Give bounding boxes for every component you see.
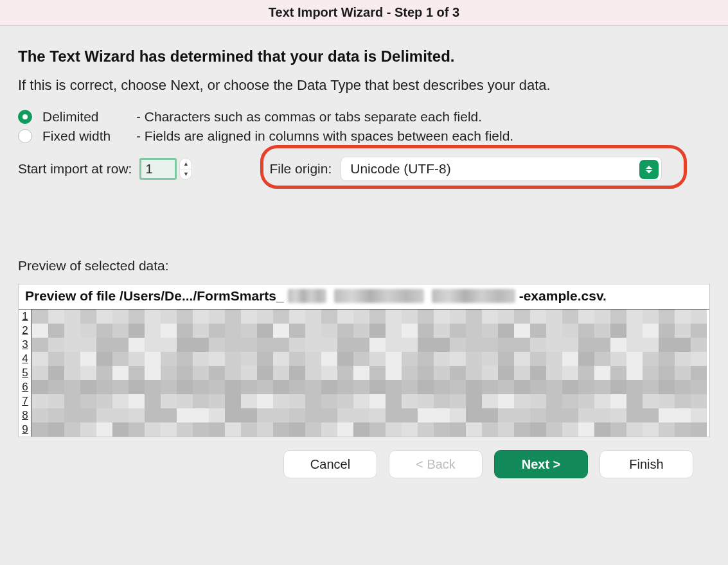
next-button[interactable]: Next > <box>494 450 588 478</box>
cancel-button[interactable]: Cancel <box>283 450 377 478</box>
wizard-content: The Text Wizard has determined that your… <box>0 26 728 478</box>
radio-delimited[interactable] <box>18 110 32 124</box>
stepper-up-icon[interactable]: ▲ <box>180 159 191 169</box>
redacted-segment <box>334 289 424 303</box>
preview-file-prefix: Preview of file /Users/De.../FormSmarts_ <box>25 288 284 304</box>
redacted-segment <box>432 289 515 303</box>
file-origin-group: File origin: Unicode (UTF-8) <box>269 157 662 181</box>
option-delimited-row: Delimited - Characters such as commas or… <box>18 109 710 125</box>
line-number: 1 <box>19 309 31 324</box>
select-chevron-icon <box>639 160 659 179</box>
start-row-stepper: ▲ ▼ <box>179 158 192 180</box>
radio-delimited-desc: - Characters such as commas or tabs sepa… <box>136 109 482 125</box>
start-row-box: ▲ ▼ <box>139 158 192 180</box>
back-button[interactable]: < Back <box>389 450 483 478</box>
option-fixed-row: Fixed width - Fields are aligned in colu… <box>18 128 710 144</box>
radio-fixed-width[interactable] <box>18 129 32 143</box>
preview-line-numbers: 1 2 3 4 5 6 7 8 9 <box>19 309 32 437</box>
preview-file-suffix: -example.csv. <box>519 288 607 304</box>
wizard-buttons: Cancel < Back Next > Finish <box>18 450 710 478</box>
wizard-heading: The Text Wizard has determined that your… <box>18 48 710 65</box>
redacted-segment <box>288 289 326 303</box>
radio-fixed-label: Fixed width <box>42 128 126 144</box>
line-number: 5 <box>19 366 31 380</box>
line-number: 2 <box>19 324 31 338</box>
finish-button[interactable]: Finish <box>599 450 693 478</box>
file-origin-value: Unicode (UTF-8) <box>350 161 450 177</box>
file-origin-label: File origin: <box>269 161 332 177</box>
preview-grid: 1 2 3 4 5 6 7 8 9 <box>19 309 709 437</box>
start-row-input[interactable] <box>139 158 177 180</box>
title-bar: Text Import Wizard - Step 1 of 3 <box>0 0 728 26</box>
line-number: 6 <box>19 380 31 394</box>
line-number: 7 <box>19 394 31 408</box>
window-title: Text Import Wizard - Step 1 of 3 <box>269 5 459 20</box>
start-row-label: Start import at row: <box>18 161 132 177</box>
preview-file-header: Preview of file /Users/De.../FormSmarts_… <box>19 284 709 309</box>
line-number: 8 <box>19 408 31 422</box>
row-controls: Start import at row: ▲ ▼ File origin: Un… <box>18 157 710 181</box>
line-number: 9 <box>19 422 31 437</box>
preview-pixelated-area <box>32 309 709 437</box>
file-origin-select[interactable]: Unicode (UTF-8) <box>341 157 662 181</box>
stepper-down-icon[interactable]: ▼ <box>180 169 191 180</box>
preview-box: Preview of file /Users/De.../FormSmarts_… <box>18 284 710 437</box>
radio-delimited-label: Delimited <box>42 109 126 125</box>
radio-fixed-desc: - Fields are aligned in columns with spa… <box>136 128 513 144</box>
line-number: 4 <box>19 352 31 366</box>
wizard-subtext: If this is correct, choose Next, or choo… <box>18 77 710 94</box>
line-number: 3 <box>19 338 31 352</box>
preview-label: Preview of selected data: <box>18 258 710 274</box>
